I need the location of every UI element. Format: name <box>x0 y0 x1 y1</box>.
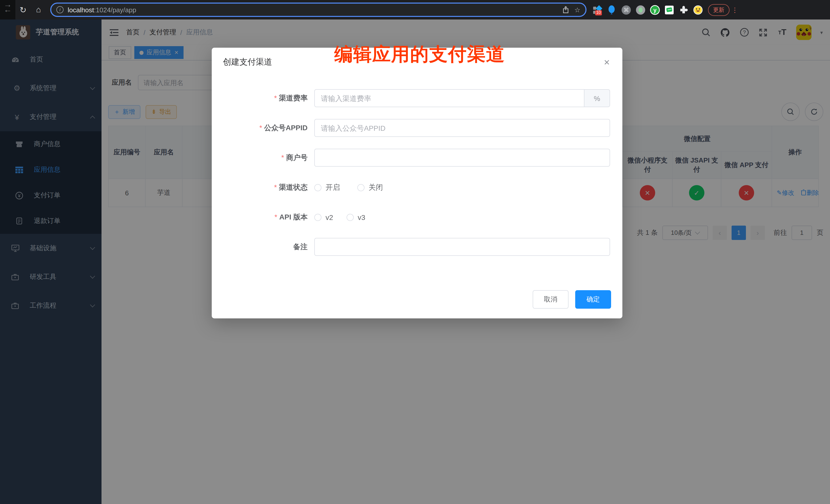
rate-label: 渠道费率 <box>223 94 314 103</box>
form-row-merchant: 商户号 <box>223 149 611 167</box>
extension-badge: 10 <box>595 10 602 15</box>
close-dialog-icon[interactable]: ✕ <box>604 58 610 67</box>
extension-toolbar: 10 ⌘ y <box>593 5 703 14</box>
url-host: localhost <box>68 6 94 13</box>
radio-label: 开启 <box>325 183 340 192</box>
appid-label: 公众号APPID <box>223 123 314 132</box>
bookmark-star-icon[interactable]: ☆ <box>574 6 580 13</box>
percent-append: % <box>584 89 610 107</box>
radio-api-v3[interactable]: v3 <box>347 213 365 221</box>
app-shell: 芋道管理系统 首页 ⚙ 系统管理 ¥ 支付管理 <box>0 20 830 504</box>
radio-circle-icon <box>347 214 354 221</box>
confirm-button[interactable]: 确定 <box>575 290 611 309</box>
radio-circle-icon <box>314 214 321 221</box>
form-row-appid: 公众号APPID <box>223 119 611 137</box>
form-row-rate: 渠道费率 % <box>223 89 611 107</box>
share-icon[interactable] <box>563 6 569 13</box>
radio-label: v3 <box>358 213 365 221</box>
browser-refresh-icon[interactable]: ↻ <box>15 5 31 14</box>
form-row-status: 渠道状态 开启 关闭 <box>223 179 611 196</box>
browser-menu-icon[interactable]: ⋮ <box>732 6 738 13</box>
remark-input[interactable] <box>314 238 610 256</box>
browser-home-icon[interactable]: ⌂ <box>31 5 46 14</box>
browser-update-button[interactable]: 更新 <box>708 4 730 15</box>
extension-command-icon[interactable]: ⌘ <box>621 5 631 14</box>
radio-circle-icon <box>314 184 321 191</box>
svg-text:⌘: ⌘ <box>624 7 629 13</box>
site-info-icon[interactable]: i <box>56 6 64 13</box>
radio-status-open[interactable]: 开启 <box>314 183 340 192</box>
annotation-text: 编辑应用的支付渠道 <box>334 42 505 67</box>
extension-balloon-icon[interactable] <box>607 5 617 14</box>
merchant-input[interactable] <box>314 149 610 167</box>
screen: ← → ↻ ⌂ i localhost:1024/pay/app ☆ 10 ⌘ <box>0 0 830 504</box>
svg-text:y: y <box>653 7 657 13</box>
radio-status-closed[interactable]: 关闭 <box>357 183 383 192</box>
extension-chat-icon[interactable] <box>664 5 674 14</box>
extensions-puzzle-icon[interactable] <box>679 5 689 14</box>
browser-forward-icon[interactable]: → <box>0 0 15 20</box>
extension-diamond-icon[interactable]: 10 <box>593 5 602 14</box>
address-bar[interactable]: i localhost:1024/pay/app ☆ <box>50 3 586 17</box>
rate-input[interactable] <box>314 89 584 107</box>
url-path: :1024/pay/app <box>94 6 136 13</box>
form-row-remark: 备注 <box>223 238 611 256</box>
form-row-api: API 版本 v2 v3 <box>223 208 611 226</box>
extension-y-icon[interactable]: y <box>650 5 660 14</box>
radio-label: 关闭 <box>369 183 383 192</box>
appid-input[interactable] <box>314 119 610 137</box>
radio-api-v2[interactable]: v2 <box>314 213 333 221</box>
api-version-label: API 版本 <box>223 213 314 222</box>
profile-emoji-icon[interactable] <box>693 5 703 14</box>
merchant-label: 商户号 <box>223 153 314 162</box>
cancel-button[interactable]: 取消 <box>533 290 569 309</box>
browser-chrome: ← → ↻ ⌂ i localhost:1024/pay/app ☆ 10 ⌘ <box>0 0 830 20</box>
remark-label: 备注 <box>223 242 314 251</box>
radio-circle-icon <box>357 184 364 191</box>
radio-label: v2 <box>325 213 333 221</box>
create-channel-dialog: 创建支付渠道 ✕ 渠道费率 % 公众号APPID 商户 <box>212 48 622 318</box>
status-label: 渠道状态 <box>223 183 314 192</box>
extension-dot-icon[interactable] <box>636 5 645 14</box>
